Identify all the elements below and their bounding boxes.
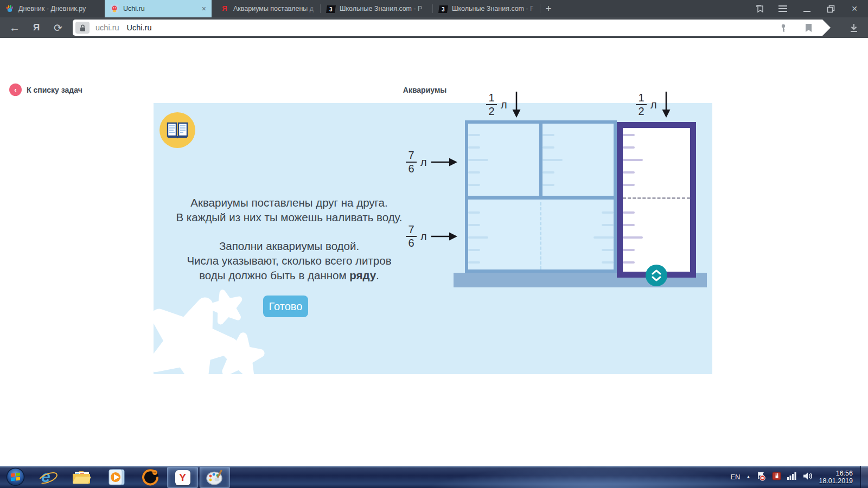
- language-indicator[interactable]: EN: [730, 473, 740, 481]
- tick-mark: [468, 211, 480, 214]
- book-badge: [159, 112, 195, 148]
- messenger-app-icon: [142, 468, 159, 486]
- back-button[interactable]: ←: [5, 17, 24, 38]
- tick-mark: [468, 236, 488, 239]
- new-tab-button[interactable]: +: [541, 2, 556, 15]
- secure-lock-icon[interactable]: [75, 22, 90, 34]
- messenger-app-button[interactable]: [139, 467, 162, 487]
- tick-mark: [602, 261, 614, 264]
- clock[interactable]: 16:56 18.01.2019: [819, 470, 853, 485]
- dnevnik-hand-icon: [5, 4, 14, 13]
- restore-button[interactable]: [821, 0, 840, 17]
- tab-uchi-active[interactable]: Uchi.ru ×: [105, 0, 212, 17]
- tick-mark: [542, 184, 554, 186]
- action-center-flag-icon[interactable]: [756, 471, 766, 483]
- tick-mark: [468, 261, 480, 264]
- tick-mark: [602, 211, 614, 214]
- tick-mark: [623, 134, 635, 136]
- uchi-owl-icon: [110, 4, 119, 13]
- tick-mark: [468, 171, 480, 174]
- minimize-button[interactable]: [797, 0, 816, 17]
- page-title: Аквариумы: [371, 86, 479, 94]
- volume-speaker-icon[interactable]: [803, 472, 813, 483]
- internet-explorer-button[interactable]: e: [36, 467, 59, 487]
- back-to-tasks-link[interactable]: ‹ К списку задач: [9, 84, 82, 96]
- paint-icon: [206, 470, 224, 486]
- media-player-button[interactable]: [105, 467, 128, 487]
- refresh-button[interactable]: ⟳: [49, 17, 67, 38]
- done-button[interactable]: Готово: [263, 296, 308, 317]
- tick-mark: [623, 236, 643, 239]
- tab-znania-2[interactable]: 3 Школьные Знания.com - Р: [433, 0, 539, 17]
- bookmark-flag-icon[interactable]: [802, 20, 815, 36]
- tick-mark: [542, 146, 554, 149]
- tab-title: Школьные Знания.com - Р: [452, 5, 533, 12]
- windows-taskbar: e: [0, 466, 868, 488]
- yandex-home-button[interactable]: Я: [27, 17, 46, 38]
- power-plug-icon[interactable]: [772, 471, 781, 483]
- tick-mark: [542, 171, 554, 174]
- label-row-bottom-volume: 76 л: [406, 224, 458, 249]
- yandex-browser-icon: Y: [175, 470, 190, 485]
- chevron-up-icon: [652, 269, 661, 275]
- back-chevron-icon: ‹: [9, 84, 22, 96]
- scale-ticks: [593, 211, 614, 264]
- tab-dnevnik[interactable]: Дневник - Дневник.ру: [0, 0, 103, 17]
- close-window-button[interactable]: ✕: [845, 0, 864, 17]
- tab-title-fade: [416, 0, 431, 17]
- downloads-icon[interactable]: [845, 17, 863, 38]
- address-bar[interactable]: uchi.ru Uchi.ru: [73, 20, 822, 36]
- instr-line: воды должно быть в данном: [199, 269, 349, 281]
- instr-line: Аквариумы поставлены друг на друга.: [190, 196, 387, 209]
- tab-close-icon[interactable]: ×: [202, 5, 206, 12]
- folder-icon: [72, 469, 91, 485]
- web-page: ‹ К списку задач Аквариумы: [0, 38, 868, 466]
- tick-mark: [623, 261, 635, 264]
- yandex-browser-taskbar-button[interactable]: Y: [167, 467, 198, 488]
- back-link-label: К списку задач: [27, 86, 82, 94]
- tick-mark: [623, 249, 635, 251]
- tab-znania-1[interactable]: 3 Школьные Знания.com - Р: [321, 0, 431, 17]
- tick-mark: [623, 146, 635, 149]
- tick-mark: [623, 224, 635, 226]
- tick-mark: [468, 159, 488, 161]
- scale-ticks: [542, 134, 563, 186]
- start-button[interactable]: [5, 467, 25, 487]
- tick-mark: [602, 224, 614, 226]
- tick-mark: [468, 249, 480, 251]
- arrow-down-icon: [661, 91, 672, 118]
- znania-icon: 3: [326, 5, 336, 13]
- arrow-right-icon: [431, 231, 458, 242]
- tick-mark: [623, 211, 635, 214]
- dashed-divider-vertical: [540, 202, 541, 269]
- tray-date: 18.01.2019: [819, 477, 853, 485]
- instr-line: Заполни аквариумы водой.: [219, 240, 359, 252]
- password-key-icon[interactable]: [777, 20, 790, 36]
- tick-mark: [593, 236, 614, 239]
- menu-hamburger-icon[interactable]: [774, 0, 792, 17]
- address-page-title: Uchi.ru: [127, 23, 152, 32]
- instr-line: Числа указывают, сколько всего литров: [187, 254, 391, 267]
- network-signal-icon[interactable]: [787, 472, 797, 482]
- chevron-down-icon: [652, 276, 661, 281]
- tab-separator: [540, 4, 540, 13]
- show-desktop-button[interactable]: [860, 466, 868, 488]
- bookmarks-panel-icon[interactable]: [750, 0, 769, 17]
- tick-mark: [623, 171, 635, 174]
- tab-separator: [320, 4, 321, 13]
- tab-yandex-search[interactable]: Я Аквариумы поставлены д: [215, 0, 319, 17]
- task-instructions: Аквариумы поставлены друг на друга. В ка…: [154, 195, 425, 297]
- tray-expand-icon[interactable]: ▲: [746, 474, 751, 479]
- paint-taskbar-button[interactable]: [200, 467, 230, 488]
- file-explorer-button[interactable]: [69, 467, 93, 487]
- tab-title: Школьные Знания.com - Р: [340, 5, 426, 12]
- tab-title-fade: [88, 0, 103, 17]
- tick-mark: [468, 146, 480, 149]
- system-tray: EN ▲: [730, 466, 853, 488]
- taskbar-glow: [423, 466, 770, 488]
- internet-explorer-icon: e: [38, 468, 56, 486]
- dashed-level-line: [623, 197, 690, 199]
- scale-ticks: [468, 134, 488, 186]
- instr-line: В каждый из них ты можешь наливать воду.: [176, 211, 402, 223]
- water-level-stepper[interactable]: [646, 265, 667, 286]
